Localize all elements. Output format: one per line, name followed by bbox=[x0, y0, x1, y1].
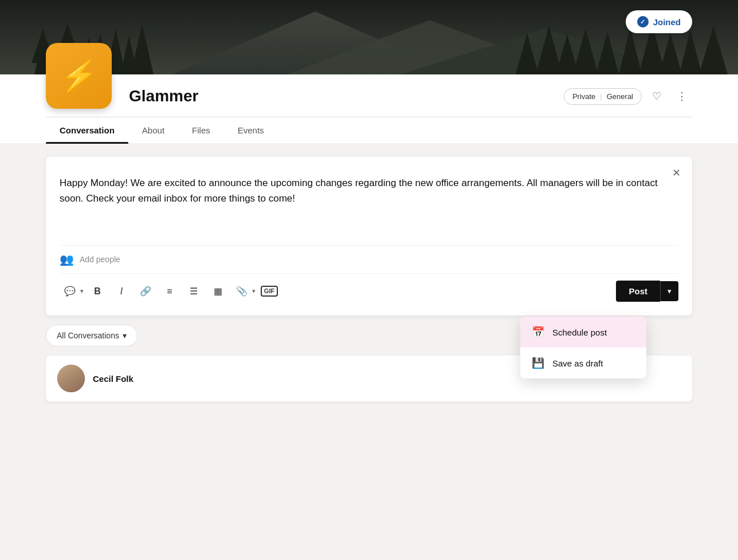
chat-icon-button[interactable]: 💬 bbox=[60, 281, 80, 302]
filter-arrow-icon: ▾ bbox=[123, 331, 127, 340]
tab-files[interactable]: Files bbox=[178, 117, 224, 143]
schedule-icon: 📅 bbox=[532, 326, 544, 338]
category-label: General bbox=[607, 92, 633, 101]
joined-label: Joined bbox=[653, 17, 681, 27]
group-name: Glammer bbox=[129, 87, 198, 105]
unordered-list-icon: ☰ bbox=[190, 286, 198, 297]
attachment-selector[interactable]: 📎 ▾ bbox=[231, 281, 256, 302]
composer-text[interactable]: Happy Monday! We are excited to announce… bbox=[60, 171, 678, 245]
group-logo: ⚡ bbox=[46, 43, 112, 109]
post-button-group: Post ▾ bbox=[616, 281, 678, 302]
joined-button[interactable]: ✓ Joined bbox=[626, 10, 692, 33]
privacy-badge: Private | General bbox=[564, 88, 642, 105]
link-button[interactable]: 🔗 bbox=[135, 281, 156, 302]
bolt-icon: ⚡ bbox=[58, 58, 100, 93]
main-content: ✕ Happy Monday! We are excited to announ… bbox=[0, 143, 738, 415]
toolbar-left: 💬 ▾ B I 🔗 ≡ ☰ bbox=[60, 281, 280, 302]
post-dropdown-menu: 📅 Schedule post 💾 Save as draft bbox=[520, 317, 646, 378]
draft-label: Save as draft bbox=[552, 358, 603, 368]
gif-button[interactable]: GIF bbox=[259, 281, 280, 302]
bold-button[interactable]: B bbox=[87, 281, 108, 302]
post-type-arrow: ▾ bbox=[80, 287, 84, 295]
avatar bbox=[57, 365, 85, 392]
table-button[interactable]: ▦ bbox=[207, 281, 228, 302]
gif-icon: GIF bbox=[261, 286, 278, 297]
close-composer-button[interactable]: ✕ bbox=[668, 165, 684, 181]
tab-events[interactable]: Events bbox=[224, 117, 278, 143]
joined-check-icon: ✓ bbox=[637, 16, 649, 27]
link-icon: 🔗 bbox=[140, 286, 151, 297]
add-people-row: 👥 Add people bbox=[60, 245, 678, 273]
add-people-icon: 👥 bbox=[60, 253, 74, 266]
attachment-icon: 📎 bbox=[236, 286, 248, 297]
tab-conversation[interactable]: Conversation bbox=[46, 117, 128, 143]
ordered-list-icon: ≡ bbox=[167, 286, 172, 297]
avatar-image bbox=[57, 365, 85, 392]
page-wrapper: ✓ Joined ⚡ Glammer Private | General ♡ ⋮ bbox=[0, 0, 738, 560]
bold-icon: B bbox=[94, 286, 101, 297]
tab-about[interactable]: About bbox=[128, 117, 178, 143]
post-dropdown-button[interactable]: ▾ bbox=[660, 281, 678, 301]
toolbar-row: 💬 ▾ B I 🔗 ≡ ☰ bbox=[60, 273, 678, 302]
profile-section: ⚡ Glammer Private | General ♡ ⋮ Conversa… bbox=[0, 74, 738, 143]
schedule-label: Schedule post bbox=[552, 328, 607, 337]
more-options-button[interactable]: ⋮ bbox=[672, 86, 692, 107]
ordered-list-button[interactable]: ≡ bbox=[159, 281, 180, 302]
italic-button[interactable]: I bbox=[111, 281, 132, 302]
tabs-bar: Conversation About Files Events bbox=[46, 117, 692, 143]
post-type-selector[interactable]: 💬 ▾ bbox=[60, 281, 84, 302]
add-people-label[interactable]: Add people bbox=[80, 255, 120, 264]
unordered-list-button[interactable]: ☰ bbox=[183, 281, 204, 302]
italic-icon: I bbox=[120, 286, 123, 297]
attachment-arrow: ▾ bbox=[252, 287, 256, 295]
favorite-button[interactable]: ♡ bbox=[646, 86, 667, 107]
composer-card: ✕ Happy Monday! We are excited to announ… bbox=[46, 157, 692, 316]
attachment-button[interactable]: 📎 bbox=[231, 281, 252, 302]
privacy-divider: | bbox=[600, 92, 602, 101]
post-author: Cecil Folk bbox=[93, 374, 134, 384]
post-button[interactable]: Post bbox=[616, 281, 660, 302]
profile-actions: Private | General ♡ ⋮ bbox=[564, 86, 692, 107]
profile-top-row: Glammer Private | General ♡ ⋮ bbox=[46, 74, 692, 112]
save-draft-item[interactable]: 💾 Save as draft bbox=[520, 348, 646, 378]
schedule-post-item[interactable]: 📅 Schedule post bbox=[520, 317, 646, 348]
privacy-label: Private bbox=[572, 92, 595, 101]
post-dropdown-arrow: ▾ bbox=[668, 287, 672, 295]
filter-label: All Conversations bbox=[57, 331, 119, 340]
table-icon: ▦ bbox=[214, 286, 222, 297]
draft-icon: 💾 bbox=[532, 357, 544, 369]
all-conversations-filter[interactable]: All Conversations ▾ bbox=[46, 325, 138, 346]
group-logo-container: ⚡ bbox=[46, 43, 112, 109]
